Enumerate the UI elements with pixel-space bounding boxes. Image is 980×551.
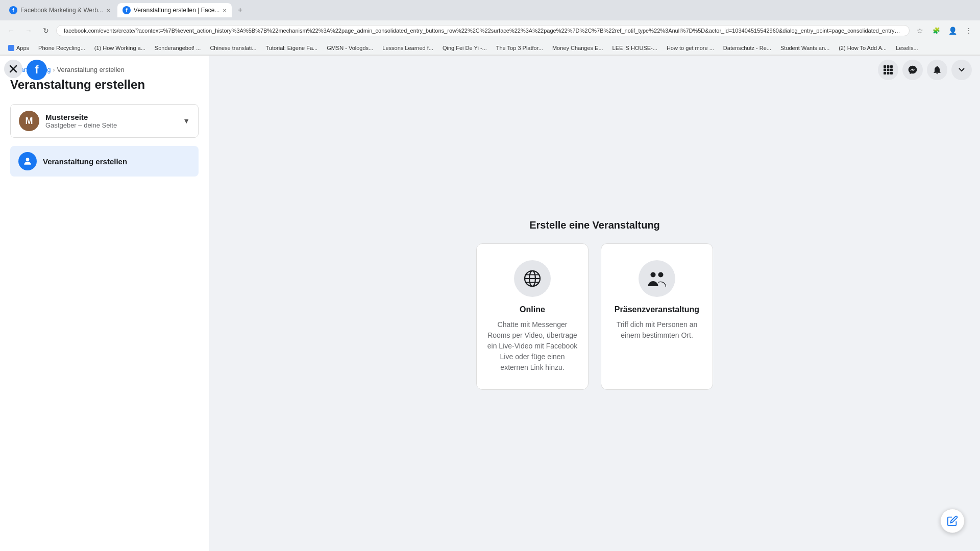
bookmark-star-icon[interactable]: ☆ <box>913 23 927 38</box>
svg-rect-13 <box>890 69 893 71</box>
bookmark-8[interactable]: Qing Fei De Yi -... <box>438 44 491 52</box>
host-name: Musterseite <box>45 113 183 121</box>
tab-1-label: Facebook Marketing & Werb... <box>20 7 103 14</box>
section-title: Erstelle eine Veranstaltung <box>529 219 660 231</box>
account-menu-button[interactable] <box>951 60 972 80</box>
tab-1[interactable]: f Facebook Marketing & Werb... ✕ <box>4 3 115 17</box>
host-subtitle: Gastgeber – deine Seite <box>45 121 183 129</box>
forward-button[interactable]: → <box>21 23 36 38</box>
tab-1-favicon: f <box>9 6 17 14</box>
bookmark-1-label: Phone Recycling... <box>38 45 85 51</box>
menu-icon[interactable]: ⋮ <box>962 23 976 38</box>
svg-rect-10 <box>890 65 893 68</box>
host-avatar-letters: M <box>26 116 33 127</box>
bookmark-2-label: (1) How Working a... <box>94 45 145 51</box>
messenger-icon <box>908 65 918 75</box>
bookmark-4-label: Chinese translati... <box>210 45 256 51</box>
x-icon <box>9 65 17 73</box>
bookmark-8-label: Qing Fei De Yi -... <box>443 45 487 51</box>
fb-header-icons <box>878 56 972 84</box>
event-card-inperson-icon <box>639 260 675 297</box>
bookmark-12-label: How to get more ... <box>667 45 714 51</box>
bookmark-10[interactable]: Money Changes E... <box>548 44 607 52</box>
svg-point-7 <box>658 272 664 278</box>
bookmark-7[interactable]: Lessons Learned f... <box>378 44 437 52</box>
breadcrumb-separator: › <box>53 66 55 73</box>
chevron-down-icon: ▼ <box>183 117 190 125</box>
svg-rect-15 <box>887 72 890 74</box>
extensions-icon[interactable]: 🧩 <box>929 23 943 38</box>
host-info: Musterseite Gastgeber – deine Seite <box>45 113 183 129</box>
new-tab-button[interactable]: + <box>234 4 246 16</box>
create-event-icon <box>18 152 37 170</box>
bookmark-7-label: Lessons Learned f... <box>382 45 433 51</box>
svg-rect-9 <box>887 65 890 68</box>
back-button[interactable]: ← <box>4 23 18 38</box>
event-card-online-icon <box>514 260 551 297</box>
bookmark-3-label: Sonderangebot! ... <box>155 45 201 51</box>
edit-icon <box>947 515 958 527</box>
bell-icon <box>932 65 942 75</box>
host-selector[interactable]: M Musterseite Gastgeber – deine Seite ▼ <box>10 104 199 138</box>
globe-icon <box>523 269 542 288</box>
messenger-icon-button[interactable] <box>902 60 923 80</box>
fb-grid-icon-button[interactable] <box>878 60 898 80</box>
svg-rect-16 <box>890 72 893 74</box>
sidebar: Veranstaltung › Veranstaltung erstellen … <box>0 56 209 551</box>
bookmark-16-label: Leselis... <box>896 45 918 51</box>
bookmark-apps[interactable]: Apps <box>4 44 33 52</box>
people-group-icon <box>647 269 667 288</box>
bookmark-11-label: LEE 'S HOUSE-... <box>612 45 657 51</box>
event-card-online-title: Online <box>520 305 545 314</box>
event-card-online[interactable]: Online Chatte mit Messenger Rooms per Vi… <box>476 243 589 390</box>
bookmark-15-label: (2) How To Add A... <box>839 45 887 51</box>
tab-2-label: Veranstaltung erstellen | Face... <box>134 7 220 14</box>
bookmark-14[interactable]: Student Wants an... <box>776 44 834 52</box>
refresh-button[interactable]: ↻ <box>39 23 53 38</box>
bookmark-13[interactable]: Datenschutz - Re... <box>719 44 775 52</box>
bookmark-9[interactable]: The Top 3 Platfor... <box>492 44 547 52</box>
grid-icon <box>883 65 893 75</box>
create-event-item[interactable]: Veranstaltung erstellen <box>10 146 199 177</box>
bookmark-15[interactable]: (2) How To Add A... <box>835 44 891 52</box>
close-button[interactable] <box>4 60 22 78</box>
event-card-inperson[interactable]: Präsenzveranstaltung Triff dich mit Pers… <box>601 243 713 390</box>
bookmark-6[interactable]: GMSN - Vologds... <box>323 44 377 52</box>
tab-bar: f Facebook Marketing & Werb... ✕ f Veran… <box>0 0 980 20</box>
event-card-inperson-desc: Triff dich mit Personen an einem bestimm… <box>611 319 702 341</box>
host-avatar: M <box>19 111 39 131</box>
tab-2-close[interactable]: ✕ <box>223 8 227 13</box>
bookmark-2[interactable]: (1) How Working a... <box>90 44 150 52</box>
tab-2[interactable]: f Veranstaltung erstellen | Face... ✕ <box>117 3 232 17</box>
floating-edit-button[interactable] <box>940 509 965 533</box>
bookmark-12[interactable]: How to get more ... <box>663 44 718 52</box>
bookmark-11[interactable]: LEE 'S HOUSE-... <box>608 44 662 52</box>
bookmark-5-label: Tutorial: Eigene Fa... <box>265 45 317 51</box>
notifications-icon-button[interactable] <box>927 60 947 80</box>
bookmark-4[interactable]: Chinese translati... <box>206 44 260 52</box>
chevron-down-icon <box>958 66 966 74</box>
bookmark-3[interactable]: Sonderangebot! ... <box>151 44 205 52</box>
bookmark-10-label: Money Changes E... <box>552 45 603 51</box>
tab-1-close[interactable]: ✕ <box>106 8 110 13</box>
bookmark-13-label: Datenschutz - Re... <box>723 45 771 51</box>
svg-rect-14 <box>884 72 886 74</box>
svg-point-0 <box>26 158 30 161</box>
profile-icon[interactable]: 👤 <box>945 23 960 38</box>
bookmark-5[interactable]: Tutorial: Eigene Fa... <box>261 44 322 52</box>
bookmark-1[interactable]: Phone Recycling... <box>34 44 89 52</box>
facebook-logo[interactable]: f <box>27 60 47 80</box>
event-type-cards: Online Chatte mit Messenger Rooms per Vi… <box>476 243 713 390</box>
bookmark-16[interactable]: Leselis... <box>892 44 922 52</box>
breadcrumb-current: Veranstaltung erstellen <box>57 66 125 73</box>
svg-rect-8 <box>884 65 886 68</box>
create-event-people-icon <box>22 156 33 166</box>
bookmark-9-label: The Top 3 Platfor... <box>496 45 543 51</box>
bookmark-apps-label: Apps <box>16 45 29 51</box>
svg-point-6 <box>651 272 656 278</box>
bookmark-6-label: GMSN - Vologds... <box>327 45 373 51</box>
browser-toolbar: ← → ↻ facebook.com/events/create/?aconte… <box>0 20 980 41</box>
tab-2-favicon: f <box>122 6 131 14</box>
svg-rect-11 <box>884 69 886 71</box>
address-bar[interactable]: facebook.com/events/create/?acontext=%7B… <box>56 25 910 36</box>
